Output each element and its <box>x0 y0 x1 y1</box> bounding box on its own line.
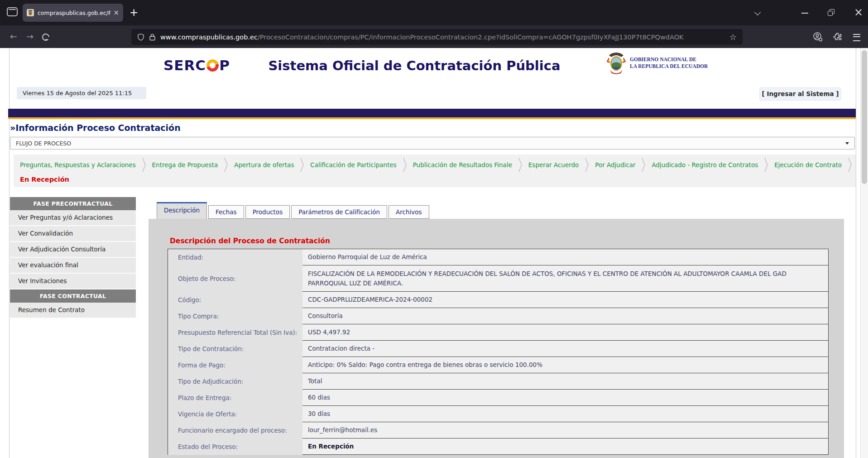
url-bar[interactable]: www.compraspublicas.gob.ec/ProcesoContra… <box>131 29 743 45</box>
row-label: Presupuesto Referencial Total (Sin Iva): <box>168 324 302 341</box>
browser-window: compraspublicas.gob.ec/Proces × + × ← → … <box>0 0 868 458</box>
process-flow-strip: Preguntas, Respuestas y AclaracionesEntr… <box>14 154 856 187</box>
back-icon[interactable]: ← <box>10 31 17 41</box>
process-step[interactable]: Calificación de Participantes <box>310 161 396 169</box>
process-step[interactable]: Por Adjudicar <box>595 161 635 169</box>
scrollbar-thumb[interactable] <box>862 50 867 184</box>
table-row: Funcionario encargado del proceso:lour_f… <box>168 422 828 439</box>
row-label: Tipo Compra: <box>168 308 302 324</box>
header-divider-bar <box>8 109 856 119</box>
process-step[interactable]: Esperar Acuerdo <box>528 161 579 169</box>
chevron-separator-icon <box>763 158 769 172</box>
datetime-display: Viernes 15 de Agosto del 2025 11:15 <box>17 87 146 99</box>
process-step[interactable]: Adjudicado - Registro de Contratos <box>652 161 758 169</box>
chevron-separator-icon <box>141 158 147 172</box>
shield-icon[interactable] <box>137 34 144 41</box>
content-tab[interactable]: Productos <box>245 205 290 219</box>
chevron-separator-icon <box>640 158 647 172</box>
row-label: Estado del Proceso: <box>168 439 302 455</box>
row-value: En Recepción <box>302 439 828 455</box>
government-branding: GOBIERNO NACIONAL DE LA REPUBLICA DEL EC… <box>606 52 708 74</box>
content-tab[interactable]: Archivos <box>388 205 429 219</box>
row-value: Anticipo: 0% Saldo: Pago contra entrega … <box>302 357 828 373</box>
account-icon[interactable] <box>813 32 823 42</box>
row-label: Tipo de Adjudicación: <box>168 373 302 390</box>
row-value: lour_ferrin@hotmail.es <box>302 422 828 439</box>
row-value: Total <box>302 373 828 390</box>
table-row: Estado del Proceso:En Recepción <box>168 439 828 455</box>
navigation-toolbar: ← → www.compraspublicas.gob.ec/ProcesoCo… <box>0 25 868 48</box>
browser-tab[interactable]: compraspublicas.gob.ec/Proces × <box>23 4 123 22</box>
table-row: Tipo de Adjudicación:Total <box>168 373 828 390</box>
sidebar-item[interactable]: Ver Adjudicación Consultoría <box>10 242 136 258</box>
row-value: Gobierno Parroquial de Luz de América <box>302 249 828 265</box>
chevron-separator-icon <box>517 158 523 172</box>
dropdown-caret-icon <box>845 142 849 145</box>
sidebar-section-header: FASE PRECONTRACTUAL <box>10 197 136 210</box>
page-right-border <box>856 48 856 458</box>
row-value: Consultoría <box>302 308 828 324</box>
panel-title: Descripción del Proceso de Contratación <box>170 237 330 245</box>
sidebar-item[interactable]: Ver Convalidación <box>10 226 136 242</box>
row-label: Entidad: <box>168 249 302 265</box>
tab-title: compraspublicas.gob.ec/Proces <box>38 10 110 16</box>
sidebar-item[interactable]: Resumen de Contrato <box>10 303 136 318</box>
process-flow-select[interactable]: FLUJO DE PROCESO <box>10 137 855 149</box>
process-table: Entidad:Gobierno Parroquial de Luz de Am… <box>168 249 829 455</box>
new-tab-button[interactable]: + <box>129 7 138 18</box>
menu-icon[interactable] <box>853 34 860 41</box>
row-label: Funcionario encargado del proceso: <box>168 422 302 439</box>
row-label: Plazo de Entrega: <box>168 390 302 406</box>
row-value: 30 días <box>302 406 828 422</box>
table-row: Entidad:Gobierno Parroquial de Luz de Am… <box>168 249 828 265</box>
process-step[interactable]: Apertura de ofertas <box>234 161 294 169</box>
row-label: Objeto de Proceso: <box>168 265 302 292</box>
page-title: Sistema Oficial de Contratación Pública <box>229 58 600 73</box>
login-button[interactable]: [ Ingresar al Sistema ] <box>759 87 841 101</box>
sidebar-section-header: FASE CONTRACTUAL <box>10 289 136 303</box>
description-panel: Descripción del Proceso de Contratación … <box>149 219 844 458</box>
restore-window-button[interactable] <box>828 9 835 16</box>
content-tabs: DescripciónFechasProductosParámetros de … <box>157 202 431 219</box>
row-value: USD 4,497.92 <box>302 324 828 341</box>
sidebar-item[interactable]: Ver Invitaciones <box>10 274 136 289</box>
extensions-puzzle-icon[interactable] <box>833 32 842 41</box>
firefox-view-icon[interactable] <box>7 7 18 16</box>
table-row: Tipo Compra:Consultoría <box>168 308 828 324</box>
content-tab[interactable]: Fechas <box>208 205 244 219</box>
row-label: Vigencia de Oferta: <box>168 406 302 422</box>
process-step[interactable]: Publicación de Resultados Finale <box>413 161 512 169</box>
gov-line2: LA REPUBLICA DEL ECUADOR <box>630 63 708 70</box>
row-label: Tipo de Contratación: <box>168 341 302 357</box>
minimize-button[interactable] <box>801 13 808 14</box>
bookmark-star-icon[interactable]: ☆ <box>729 32 737 42</box>
url-text: www.compraspublicas.gob.ec/ProcesoContra… <box>160 34 726 41</box>
content-tab[interactable]: Parámetros de Calificación <box>291 205 387 219</box>
process-step[interactable]: Ejecución de Contrato <box>774 161 842 169</box>
process-step[interactable]: Preguntas, Respuestas y Aclaraciones <box>20 161 136 169</box>
chevron-separator-icon <box>847 158 853 172</box>
row-value: 60 dias <box>302 390 828 406</box>
table-row: Tipo de Contratación:Contratacion direct… <box>168 341 828 357</box>
tab-close-icon[interactable]: × <box>113 9 119 17</box>
table-row: Objeto de Proceso:FISCALIZACIÓN DE LA RE… <box>168 265 828 292</box>
forward-icon[interactable]: → <box>26 31 34 41</box>
table-row: Código:CDC-GADPRLUZDEAMERICA-2024-00002 <box>168 292 828 308</box>
sercop-logo: SERCP <box>163 57 230 73</box>
lock-icon[interactable] <box>149 34 155 41</box>
sidebar-item[interactable]: Ver Preguntas y/ó Aclaraciones <box>10 210 136 226</box>
reload-icon[interactable] <box>41 32 51 43</box>
row-value: FISCALIZACIÓN DE LA REMODELACIÓN Y READE… <box>302 265 828 292</box>
list-tabs-chevron-icon[interactable] <box>754 9 761 15</box>
site-favicon-icon <box>27 9 34 16</box>
chevron-separator-icon <box>223 158 229 172</box>
tab-bar: compraspublicas.gob.ec/Proces × + × <box>0 0 868 25</box>
page-scrollbar[interactable] <box>860 48 868 458</box>
chevron-separator-icon <box>584 158 590 172</box>
process-step[interactable]: Entrega de Propuesta <box>152 161 218 169</box>
close-window-button[interactable]: × <box>854 7 863 18</box>
section-title: »Información Proceso Contratación <box>10 123 181 133</box>
chevron-separator-icon <box>299 158 305 172</box>
content-tab[interactable]: Descripción <box>157 202 207 219</box>
sidebar-item[interactable]: Ver evaluación final <box>10 258 136 274</box>
